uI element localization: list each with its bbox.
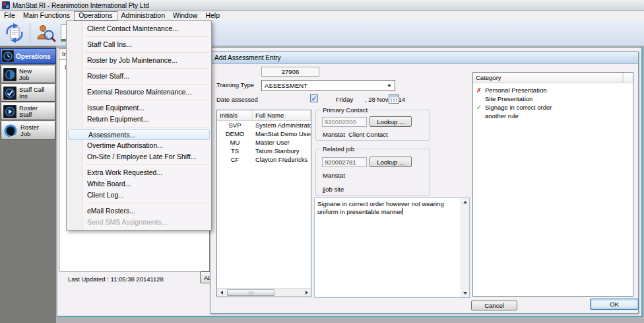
related-job-site: jjob site — [323, 186, 344, 193]
staff-row[interactable]: DEMOManStat Demo User — [217, 129, 311, 138]
dialog-title: Add Assessment Entry — [214, 54, 281, 61]
menu-item-staff-call-ins[interactable]: Staff Call Ins... — [67, 39, 210, 50]
menu-item-roster-by-job-maintenance[interactable]: Roster by Job Maintenance... — [67, 55, 210, 66]
operations-menu: Client Contact Maintenance... Staff Call… — [66, 20, 212, 231]
menu-item-email-rosters[interactable]: eMail Rosters... — [67, 205, 210, 217]
category-row[interactable]: ✓Signage in correct order — [473, 103, 633, 112]
staff-row[interactable]: CFClayton Fredericks — [217, 155, 311, 164]
column-full-name[interactable]: Full Name — [253, 110, 311, 120]
menu-item-client-log[interactable]: Client Log... — [67, 190, 210, 201]
scroll-down-arrow-icon[interactable] — [461, 289, 469, 297]
column-separator — [622, 73, 623, 83]
calendar-icon[interactable] — [389, 94, 399, 104]
menu-separator — [85, 84, 209, 85]
menu-main-functions[interactable]: Main Functions — [19, 11, 74, 20]
staff-list-header[interactable]: Initials Full Name — [217, 110, 311, 121]
category-row[interactable]: Site Presentation — [473, 94, 633, 103]
staff-row[interactable]: TSTatum Stanbury — [217, 147, 311, 155]
date-checkbox[interactable]: ✓ — [310, 94, 318, 102]
sidebar-item-roster-staff[interactable]: RosterStaff — [1, 102, 55, 120]
last-updated-text: Last Updated : 11:05:38 20141128 — [68, 275, 164, 283]
sidebar-header-label: Operations — [16, 53, 51, 60]
training-type-label: Training Type — [216, 81, 254, 89]
find-person-button[interactable] — [34, 22, 57, 45]
menu-item-overtime-authorisation[interactable]: Overtime Authorisation... — [67, 140, 210, 151]
add-assessment-dialog: Add Assessment Entry 27906 Training Type… — [210, 52, 639, 314]
chevron-down-icon — [387, 85, 391, 87]
sidebar-item-staff-call-ins[interactable]: Staff CallIns — [1, 84, 55, 102]
staff-row[interactable]: MUMaster User — [217, 138, 311, 147]
sidebar-header-operations[interactable]: Operations — [0, 48, 56, 64]
sidebar-label: Job — [19, 75, 32, 81]
assessment-id-field[interactable]: 27906 — [261, 67, 319, 77]
window-titlebar: ManStat RI - Reanimotion International P… — [0, 0, 644, 11]
dialog-titlebar: Add Assessment Entry — [210, 52, 638, 64]
pass-check-icon: ✓ — [473, 104, 485, 112]
date-day-value[interactable]: Friday — [329, 96, 360, 103]
related-job-client: Manstat — [323, 172, 345, 179]
menu-bar: File Main Functions Operations Administr… — [0, 11, 644, 20]
staff-row[interactable]: SVPSystem Administrator — [217, 121, 311, 129]
menu-separator — [85, 164, 209, 165]
sidebar-item-roster-job[interactable]: RosterJob — [1, 121, 55, 140]
cancel-button[interactable]: Cancel — [471, 301, 517, 310]
menu-item-white-board[interactable]: White Board... — [67, 178, 210, 190]
sidebar-label: Staff Call — [19, 87, 44, 93]
menu-item-return-equipment[interactable]: Return Equipment... — [67, 114, 210, 125]
scrollbar-thumb[interactable] — [227, 289, 274, 296]
category-list-header[interactable]: Category — [473, 73, 633, 83]
scroll-up-arrow-icon[interactable] — [461, 198, 469, 206]
menu-separator — [85, 68, 209, 69]
check-circle-icon — [3, 87, 16, 100]
date-assessed-label: Date assessed — [216, 96, 258, 103]
notes-textarea[interactable]: Signane in correct order however not wea… — [314, 197, 470, 298]
menu-item-external-resource-maintenance[interactable]: External Resource Maintenance... — [67, 87, 210, 98]
menu-item-client-contact-maintenance[interactable]: Client Contact Maintenance... — [67, 23, 210, 34]
menu-item-on-site-employee-late-for-shift[interactable]: On-Site / Employee Late For Shift... — [67, 151, 210, 162]
related-job-group: Related job 920002781 Lookup ... Manstat… — [315, 149, 430, 196]
related-job-id-field[interactable]: 920002781 — [322, 157, 367, 167]
category-row[interactable]: another rule — [473, 112, 633, 120]
menu-item-extra-work-requested[interactable]: Extra Work Requested... — [67, 167, 210, 178]
ok-button[interactable]: OK — [590, 299, 639, 310]
horizontal-scrollbar[interactable] — [217, 288, 311, 297]
clock-icon — [2, 50, 14, 62]
menu-item-send-sms-assignments[interactable]: Send SMS Assignments... — [67, 217, 210, 228]
scroll-right-arrow-icon[interactable] — [302, 289, 311, 297]
primary-contact-lookup-button[interactable]: Lookup ... — [370, 116, 412, 127]
menu-item-issue-equipment[interactable]: Issue Equipment... — [67, 102, 210, 114]
sidebar-label: Roster — [19, 105, 38, 112]
vertical-scrollbar[interactable] — [461, 198, 469, 297]
menu-item-roster-staff[interactable]: Roster Staff... — [67, 71, 210, 82]
menu-separator — [85, 52, 209, 53]
column-category[interactable]: Category — [473, 73, 624, 83]
category-row[interactable]: ✗Personal Presentation — [473, 86, 633, 94]
training-type-select[interactable]: ASSESSMENT — [261, 80, 395, 91]
menu-item-assessments[interactable]: Assessments... — [68, 129, 210, 140]
sidebar-label: Staff — [19, 112, 38, 118]
transfer-roster-button[interactable] — [3, 22, 26, 45]
sidebar-label: New — [19, 68, 32, 75]
column-initials[interactable]: Initials — [217, 110, 253, 120]
dialog-body: 27906 Training Type ASSESSMENT Date asse… — [210, 64, 638, 313]
text-caret — [402, 208, 403, 215]
related-job-lookup-button[interactable]: Lookup ... — [370, 157, 412, 167]
ring-circle-icon — [3, 124, 18, 138]
fail-x-icon: ✗ — [473, 87, 485, 94]
app-icon — [2, 1, 10, 9]
staff-list: Initials Full Name SVPSystem Administrat… — [216, 110, 311, 297]
training-type-value: ASSESSMENT — [265, 82, 307, 89]
menu-window[interactable]: Window — [169, 11, 201, 20]
menu-help[interactable]: Help — [201, 11, 224, 20]
menu-file[interactable]: File — [0, 11, 19, 20]
menu-administration[interactable]: Administration — [117, 11, 170, 20]
find-person-icon — [35, 22, 56, 44]
sidebar-item-new-job[interactable]: NewJob — [1, 65, 55, 83]
notes-text: Signane in correct order however not wea… — [316, 199, 459, 296]
transfer-roster-icon — [4, 22, 25, 44]
menu-operations[interactable]: Operations — [74, 11, 117, 20]
scroll-left-arrow-icon[interactable] — [217, 289, 226, 297]
related-job-label: Related job — [321, 145, 356, 153]
sidebar-label: Job — [20, 131, 39, 137]
primary-contact-id-field[interactable]: 920002000 — [322, 117, 367, 127]
